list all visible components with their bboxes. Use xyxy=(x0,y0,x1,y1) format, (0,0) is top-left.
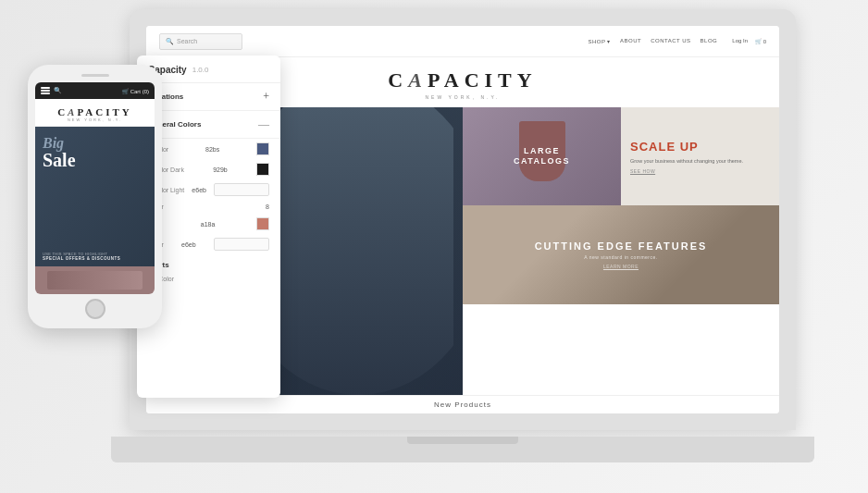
phone-screen: 🔍 🛒 Cart (0) CAPACITY NEW YORK, N.Y. Big… xyxy=(35,82,155,294)
panel-large-catalogs: LARGECATALOGS xyxy=(463,107,621,205)
scene: 🔍 Search SHOP ▾ ABOUT CONTACT US BLOG Lo… xyxy=(0,0,868,493)
cutting-text: CUTTING EDGE FEATURES A new standard in … xyxy=(535,240,708,269)
color-input-bar-6[interactable] xyxy=(214,238,269,251)
color-value-1: 82bs xyxy=(205,146,219,153)
right-panels: LARGECATALOGS SCALE UP Grow your busines… xyxy=(463,107,779,304)
site-nav: SHOP ▾ ABOUT CONTACT US BLOG xyxy=(588,38,717,44)
menu-bar-3 xyxy=(41,92,50,94)
color-value-5: a18a xyxy=(201,221,216,228)
color-value-6: e6eb xyxy=(181,241,196,248)
phone-hero-bottom: USE THIS SPACE TO HIGHLIGHT SPECIAL OFFE… xyxy=(43,252,120,261)
search-bar[interactable]: 🔍 Search xyxy=(159,33,242,50)
panel-scale-up: SCALE UP Grow your business without chan… xyxy=(621,107,779,205)
phone: 🔍 🛒 Cart (0) CAPACITY NEW YORK, N.Y. Big… xyxy=(28,65,162,328)
cutting-sub: A new standard in commerce. xyxy=(535,254,708,260)
color-value-2: 929b xyxy=(213,166,228,173)
phone-special-offers: SPECIAL OFFERS & DISCOUNTS xyxy=(43,256,120,261)
phone-hero-text: Big Sale xyxy=(43,136,76,169)
site-logo-text: CAPACITY xyxy=(388,68,537,92)
nav-cart[interactable]: 🛒 0 xyxy=(755,38,766,44)
color-value-4: 8 xyxy=(266,203,269,210)
laptop-base xyxy=(111,437,814,462)
variations-add-icon[interactable]: + xyxy=(263,90,269,104)
phone-bottom-product xyxy=(47,271,143,290)
search-placeholder: Search xyxy=(177,38,197,44)
site-nav-actions: Log In 🛒 0 xyxy=(732,38,766,44)
phone-hero-big: Big xyxy=(43,136,76,151)
color-swatch-2[interactable] xyxy=(256,163,269,176)
color-swatch-1[interactable] xyxy=(256,142,269,155)
phone-logo-area: CAPACITY NEW YORK, N.Y. xyxy=(35,99,155,127)
phone-logo-sub: NEW YORK, N.Y. xyxy=(39,117,151,122)
nav-about[interactable]: ABOUT xyxy=(620,38,641,44)
catalog-label: LARGECATALOGS xyxy=(514,146,570,166)
site-header: 🔍 Search SHOP ▾ ABOUT CONTACT US BLOG Lo… xyxy=(146,26,779,57)
alerts-label: Alerts xyxy=(148,261,269,269)
site-logo-sub: NEW YORK, N.Y. xyxy=(426,94,501,100)
scale-up-title: SCALE UP xyxy=(630,140,699,154)
nav-shop[interactable]: SHOP ▾ xyxy=(588,38,611,44)
scale-up-desc: Grow your business without changing your… xyxy=(630,157,743,165)
nav-login[interactable]: Log In xyxy=(732,38,748,44)
panel-cutting-edge: CUTTING EDGE FEATURES A new standard in … xyxy=(463,205,779,303)
phone-logo-text: CAPACITY xyxy=(39,106,151,117)
phone-hero: Big Sale USE THIS SPACE TO HIGHLIGHT SPE… xyxy=(35,127,155,266)
color-value-3: e6eb xyxy=(192,187,206,193)
panel-version: 1.0.0 xyxy=(192,66,209,74)
menu-bar-2 xyxy=(41,90,50,92)
color-input-bar-3[interactable] xyxy=(214,183,269,196)
hamburger-icon[interactable] xyxy=(41,87,50,94)
nav-blog[interactable]: BLOG xyxy=(701,38,718,44)
phone-speaker xyxy=(81,74,109,77)
scale-up-link[interactable]: SEE HOW xyxy=(630,168,655,174)
cutting-link[interactable]: LEARN MORE xyxy=(535,264,708,269)
search-icon: 🔍 xyxy=(166,38,174,45)
nav-contact[interactable]: CONTACT US xyxy=(651,38,690,44)
phone-header: 🔍 🛒 Cart (0) xyxy=(35,82,155,99)
phone-cart[interactable]: 🛒 Cart (0) xyxy=(122,88,149,94)
site-footer-bar: New Products xyxy=(146,395,779,413)
cutting-title: CUTTING EDGE FEATURES xyxy=(535,240,708,252)
color-swatch-5[interactable] xyxy=(256,217,269,230)
phone-body: 🔍 🛒 Cart (0) CAPACITY NEW YORK, N.Y. Big… xyxy=(28,65,162,328)
menu-bar-1 xyxy=(41,87,50,89)
footer-text: New Products xyxy=(434,401,491,409)
phone-bottom-strip xyxy=(35,266,155,294)
phone-hero-sale: Sale xyxy=(43,151,76,169)
phone-search-icon[interactable]: 🔍 xyxy=(54,87,62,94)
phone-home-button[interactable] xyxy=(85,299,105,319)
general-colors-collapse-icon[interactable]: — xyxy=(258,117,269,131)
